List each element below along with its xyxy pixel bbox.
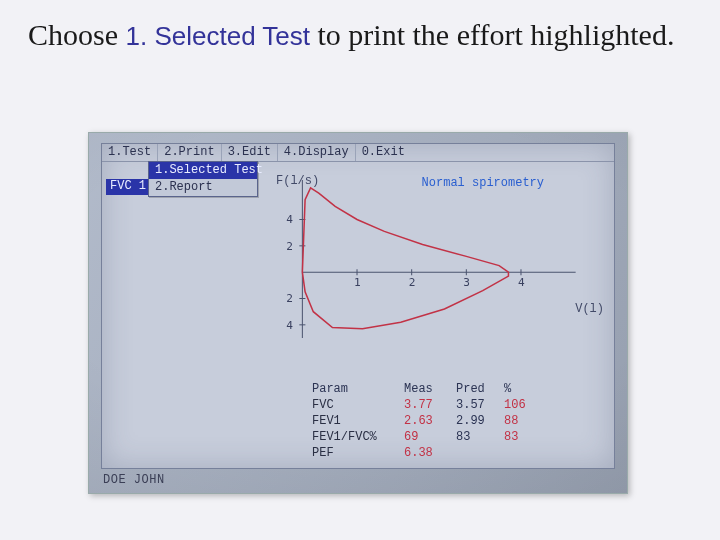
menu-test[interactable]: 1.Test <box>102 144 158 161</box>
svg-text:4: 4 <box>286 214 293 227</box>
svg-text:1: 1 <box>354 276 361 289</box>
table-row-pct: 83 <box>504 430 544 444</box>
flow-volume-chart: F(l/s) Normal spirometry V(l) 12342424 P… <box>272 174 606 460</box>
table-row-pct: 106 <box>504 398 544 412</box>
table-row-meas: 3.77 <box>404 398 456 412</box>
status-bar: DOE JOHN <box>103 473 165 487</box>
table-row-param: FEV1/FVC% <box>312 430 404 444</box>
svg-text:2: 2 <box>286 293 293 306</box>
menu-display[interactable]: 4.Display <box>278 144 356 161</box>
menu-print[interactable]: 2.Print <box>158 144 221 161</box>
dropdown-selected-test[interactable]: 1.Selected Test <box>149 162 257 179</box>
svg-text:2: 2 <box>409 276 416 289</box>
print-dropdown: 1.Selected Test 2.Report <box>148 161 258 197</box>
svg-text:4: 4 <box>286 319 293 332</box>
table-row-meas: 6.38 <box>404 446 456 460</box>
menu-exit[interactable]: 0.Exit <box>356 144 411 161</box>
menu-bar: 1.Test 2.Print 3.Edit 4.Display 0.Exit <box>102 144 614 162</box>
svg-text:3: 3 <box>463 276 470 289</box>
caption-post: to print the effort highlighted. <box>318 18 675 51</box>
table-row-param: PEF <box>312 446 404 460</box>
caption-highlight: 1. Selected Test <box>126 21 311 51</box>
menu-edit[interactable]: 3.Edit <box>222 144 278 161</box>
table-row-pred: 3.57 <box>456 398 504 412</box>
svg-text:2: 2 <box>286 240 293 253</box>
dropdown-report[interactable]: 2.Report <box>149 179 257 196</box>
table-row-param: FEV1 <box>312 414 404 428</box>
table-row-pct: 88 <box>504 414 544 428</box>
table-row-pct <box>504 446 544 460</box>
device-photo: 1.Test 2.Print 3.Edit 4.Display 0.Exit 1… <box>88 132 628 494</box>
table-row-pred <box>456 446 504 460</box>
table-header: Pred <box>456 382 504 396</box>
instruction-caption: Choose 1. Selected Test to print the eff… <box>28 16 692 54</box>
table-row-pred: 83 <box>456 430 504 444</box>
plot-svg: 12342424 <box>272 174 606 344</box>
table-row-meas: 69 <box>404 430 456 444</box>
table-row-meas: 2.63 <box>404 414 456 428</box>
caption-pre: Choose <box>28 18 126 51</box>
table-header: Param <box>312 382 404 396</box>
table-row-param: FVC <box>312 398 404 412</box>
svg-text:4: 4 <box>518 276 525 289</box>
table-row-pred: 2.99 <box>456 414 504 428</box>
table-header: % <box>504 382 544 396</box>
table-header: Meas <box>404 382 456 396</box>
results-table: ParamMeasPred%FVC3.773.57106FEV12.632.99… <box>312 382 602 460</box>
